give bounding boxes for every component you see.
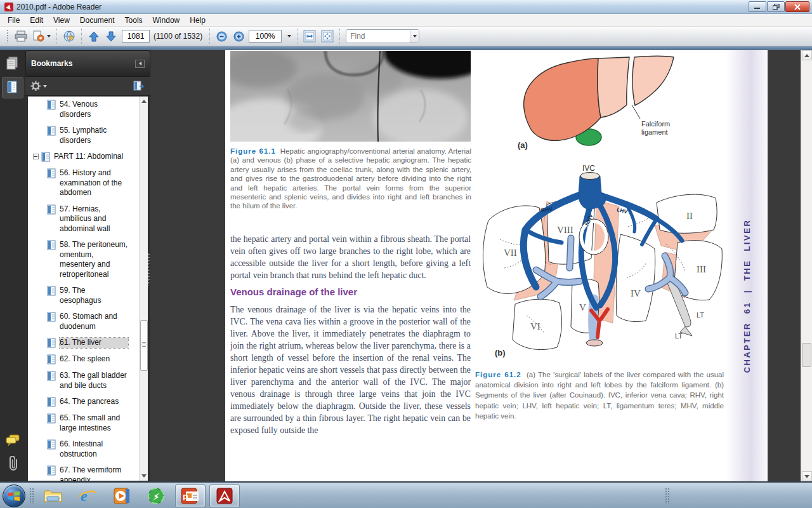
adobe-reader-app-icon (4, 3, 13, 11)
comments-icon (5, 434, 20, 446)
bookmark-item[interactable]: 54. Venous disorders (28, 97, 148, 123)
menu-tools[interactable]: Tools (120, 15, 148, 26)
figure-61-2-label: Figure 61.2 (475, 371, 521, 378)
download-manager-icon (147, 487, 165, 505)
falciform-label-line1: Falciform (641, 120, 670, 128)
zoom-in-button[interactable] (230, 29, 247, 44)
menu-document[interactable]: Document (75, 15, 120, 26)
bookmark-item[interactable]: 59. The oesophagus (28, 283, 148, 309)
menu-window[interactable]: Window (148, 15, 185, 26)
expand-bookmark-icon[interactable] (133, 81, 145, 91)
toolbar: (1100 of 1532) 100% (0, 27, 812, 46)
bookmarks-scrollbar[interactable] (139, 97, 148, 481)
bookmark-item[interactable]: 55. Lymphatic disorders (28, 123, 148, 149)
bookmark-item[interactable]: 67. The vermiform appendix (28, 462, 148, 481)
chapter-edge-band: CHAPTER 61 | THE LIVER (726, 50, 768, 481)
svg-text:P: P (183, 493, 188, 502)
bookmark-label: 55. Lymphatic disorders (60, 126, 128, 145)
pages-panel-button[interactable] (2, 53, 23, 74)
options-gear-icon[interactable] (30, 81, 41, 91)
page-count-label: (1100 of 1532) (154, 32, 202, 41)
fit-width-button[interactable] (301, 29, 318, 44)
bookmarks-panel: Bookmarks 54. Venous disorders (25, 50, 150, 481)
taskbar-internet-explorer-button[interactable]: e (72, 485, 103, 507)
previous-page-button[interactable] (85, 29, 102, 44)
document-scroll-down-button[interactable] (802, 471, 812, 481)
options-dropdown-caret[interactable] (43, 85, 47, 88)
tray-grip (665, 488, 670, 504)
taskbar-adobe-reader-button[interactable] (209, 485, 240, 507)
restore-button[interactable] (767, 1, 785, 12)
bookmark-item[interactable]: 64. The pancreas (28, 394, 148, 410)
bookmark-item-part[interactable]: PART 11: Abdominal (28, 149, 148, 165)
window-titlebar[interactable]: 2010.pdf - Adobe Reader (0, 0, 812, 14)
navigation-rail (0, 50, 25, 481)
bookmarks-panel-title: Bookmarks (31, 59, 72, 68)
bookmarks-list: 54. Venous disorders 55. Lymphatic disor… (28, 97, 148, 481)
comments-panel-button[interactable] (2, 429, 23, 451)
document-scroll-up-button[interactable] (802, 50, 812, 60)
next-page-button[interactable] (102, 29, 119, 44)
svg-text:III: III (697, 264, 706, 274)
arrow-down-icon (106, 31, 116, 42)
menu-view[interactable]: View (48, 15, 75, 26)
print-button[interactable] (12, 29, 30, 44)
bookmark-item[interactable]: 63. The gall bladder and bile ducts (28, 368, 148, 394)
bookmark-label: 62. The spleen (60, 354, 128, 364)
start-button[interactable] (3, 485, 25, 507)
zoom-out-icon (216, 31, 227, 42)
explorer-folder-icon (44, 488, 63, 504)
windows-flag-icon (8, 490, 20, 502)
bookmark-item[interactable]: 56. History and examination of the abdom… (28, 165, 148, 201)
menu-help[interactable]: Help (185, 15, 211, 26)
attachments-panel-button[interactable] (2, 453, 23, 475)
save-copy-button[interactable] (30, 29, 53, 44)
bookmark-item-selected[interactable]: 61. The liver (28, 335, 148, 351)
find-input[interactable] (346, 30, 410, 42)
body-paragraph-1: the hepatic artery and portal vein withi… (230, 233, 471, 281)
bookmarks-panel-button[interactable] (2, 77, 23, 98)
media-player-icon (113, 487, 131, 505)
toolbar-separator (209, 29, 210, 44)
bookmarks-scrollbar-thumb[interactable] (140, 320, 148, 371)
toolbar-separator (339, 29, 340, 44)
arrow-up-icon (89, 31, 99, 42)
taskbar-explorer-button[interactable] (38, 485, 69, 507)
menu-edit[interactable]: Edit (25, 15, 48, 26)
menu-file[interactable]: File (3, 15, 25, 26)
svg-text:V: V (579, 302, 586, 312)
lt-label-1: LT (697, 311, 704, 319)
scroll-up-arrow[interactable] (141, 100, 147, 103)
zoom-level-value[interactable]: 100% (249, 30, 282, 43)
scroll-down-arrow[interactable] (141, 474, 147, 478)
taskbar-media-player-button[interactable] (107, 485, 137, 507)
bookmark-item[interactable]: 66. Intestinal obstruction (28, 436, 148, 462)
bookmark-page-icon (47, 338, 56, 348)
bookmark-label: 59. The oesophagus (60, 286, 128, 305)
bookmark-item[interactable]: 57. Hernias, umbilicus and abdominal wal… (28, 201, 148, 237)
fit-page-button[interactable] (318, 29, 336, 44)
panel-collapse-button[interactable] (135, 60, 145, 68)
bookmark-item[interactable]: 58. The peritoneum, omentum, mesentery a… (28, 237, 148, 283)
taskbar-download-manager-button[interactable] (141, 485, 171, 507)
document-scrollbar-thumb[interactable] (802, 343, 811, 367)
ivc-label: IVC (582, 164, 595, 173)
bookmark-item[interactable]: 62. The spleen (28, 351, 148, 368)
zoom-out-button[interactable] (213, 29, 230, 44)
taskbar-powerpoint-button[interactable]: P (175, 485, 206, 507)
bookmark-label: 66. Intestinal obstruction (60, 439, 128, 459)
bookmark-item[interactable]: 60. Stomach and duodenum (28, 309, 148, 335)
document-scrollbar[interactable] (801, 50, 812, 481)
close-button[interactable] (785, 1, 809, 12)
section-heading: Venous drainage of the liver (230, 286, 357, 297)
collapse-expander-icon[interactable] (33, 154, 39, 159)
printer-icon (15, 30, 27, 42)
collaborate-button[interactable] (60, 29, 78, 44)
pages-icon (6, 56, 20, 71)
bookmark-item[interactable]: 65. The small and large intestines (28, 410, 148, 436)
page-number-input[interactable] (122, 30, 150, 43)
bookmark-label: 58. The peritoneum, omentum, mesentery a… (60, 240, 128, 279)
minimize-button[interactable] (749, 1, 766, 12)
zoom-dropdown-button[interactable] (283, 29, 294, 44)
find-dropdown-button[interactable] (410, 30, 419, 43)
